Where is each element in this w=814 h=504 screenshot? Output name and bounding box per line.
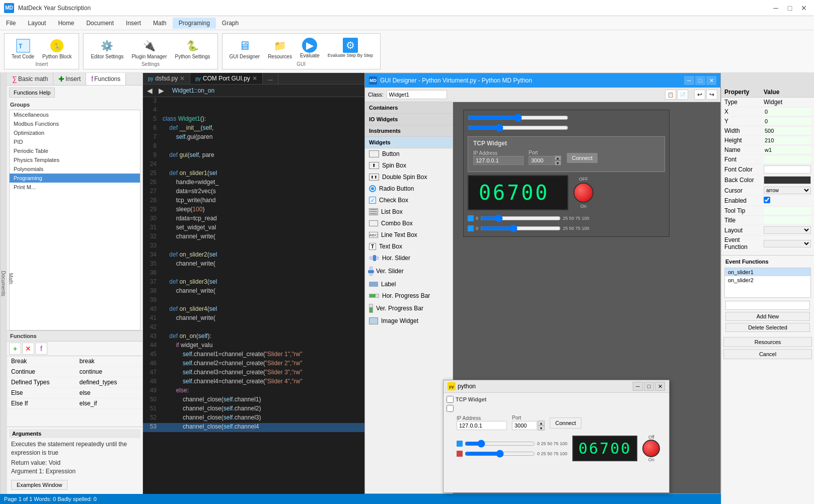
slider1[interactable] — [468, 114, 568, 121]
py-slider1[interactable] — [465, 440, 535, 448]
widgets-category[interactable]: Widgets — [365, 137, 453, 148]
tab-close-1[interactable]: ✕ — [252, 75, 257, 82]
text-code-button[interactable]: T Text Code — [9, 36, 37, 61]
func-delete-btn[interactable]: ✕ — [22, 343, 34, 355]
port-up[interactable]: ▲ — [554, 155, 561, 160]
layout-select[interactable] — [764, 226, 811, 234]
group-physics[interactable]: Physics Templates — [10, 155, 140, 164]
slider4[interactable] — [480, 224, 561, 232]
slider3[interactable] — [480, 214, 561, 222]
documents-tab[interactable]: Documents Math — [0, 73, 7, 494]
code-tab-dsfsd[interactable]: py dsfsd.py ✕ — [143, 73, 190, 84]
code-tab-com-port[interactable]: py COM Port GUI.py ✕ — [190, 73, 263, 84]
event-func-on-slider1[interactable]: on_slider1 — [725, 268, 810, 276]
func-graph-btn[interactable]: f — [35, 343, 47, 355]
widget-combobox[interactable]: Combo Box — [365, 218, 453, 229]
resources-button[interactable]: Resources — [723, 337, 812, 347]
close-btn[interactable]: ✕ — [798, 2, 810, 14]
editor-settings-button[interactable]: ⚙️ Editor Settings — [88, 36, 126, 61]
group-print[interactable]: Print M... — [10, 183, 140, 192]
func-add-btn[interactable]: + — [9, 343, 21, 355]
py-ip-input[interactable] — [457, 421, 507, 430]
menu-insert[interactable]: Insert — [120, 18, 147, 29]
py-slider2[interactable] — [465, 450, 535, 458]
menu-home[interactable]: Home — [52, 18, 80, 29]
py-close-btn[interactable]: ✕ — [655, 382, 665, 391]
gui-tb-paste[interactable]: 📄 — [677, 90, 688, 100]
widget-label[interactable]: Label — [365, 279, 453, 290]
minimize-btn[interactable]: ─ — [770, 2, 782, 14]
examples-window-button[interactable]: Examples Window — [11, 480, 67, 490]
functions-help-button[interactable]: Functions Help — [9, 88, 55, 98]
gui-tb-redo[interactable]: ↪ — [706, 90, 717, 100]
prop-name-input[interactable] — [764, 146, 811, 153]
group-periodic-table[interactable]: Periodic Table — [10, 146, 140, 155]
py-checkbox1[interactable] — [447, 396, 454, 403]
evaluate-button[interactable]: ▶ Evaluate — [297, 36, 323, 61]
group-pid[interactable]: PID — [10, 137, 140, 146]
menu-programming[interactable]: Programing — [173, 18, 216, 29]
code-nav-back[interactable]: ◀ — [145, 86, 155, 96]
class-input[interactable] — [387, 90, 447, 99]
tab-basic-math[interactable]: ∑ Basic math — [7, 73, 53, 85]
group-polynomials[interactable]: Polynomials — [10, 164, 140, 174]
prop-x-input[interactable] — [764, 108, 811, 115]
title-input[interactable] — [764, 217, 811, 224]
prop-y-input[interactable] — [764, 118, 811, 125]
widget-ver-progress[interactable]: Ver. Progress Bar — [365, 302, 453, 315]
instruments-category[interactable]: Instruments — [365, 125, 453, 137]
widget-ver-slider[interactable]: Ver. Slider — [365, 264, 453, 279]
code-nav-forward[interactable]: ▶ — [157, 86, 166, 96]
slider2[interactable] — [468, 124, 568, 131]
python-settings-button[interactable]: 🐍 Python Settings — [172, 36, 213, 61]
evaluate-step-button[interactable]: ⚙ Evaluate Step By Step — [325, 36, 376, 61]
widget-hor-slider[interactable]: Hor. Slider — [365, 253, 453, 264]
port-down[interactable]: ▼ — [554, 160, 561, 165]
gui-tb-copy[interactable]: 📋 — [665, 90, 676, 100]
prop-font-input[interactable] — [764, 156, 811, 163]
gui-close-btn[interactable]: ✕ — [706, 76, 716, 85]
port-input[interactable] — [529, 156, 554, 165]
func-else-if[interactable]: Else Ifelse_if — [7, 398, 142, 408]
tab-functions[interactable]: f Functions — [86, 73, 126, 85]
widget-button[interactable]: Button — [365, 148, 453, 160]
cursor-select[interactable]: arrow — [764, 187, 811, 194]
event-func-select[interactable] — [764, 240, 811, 247]
py-minimize-btn[interactable]: ─ — [633, 382, 643, 391]
widget-listbox[interactable]: List Box — [365, 206, 453, 218]
code-editor[interactable]: 3 4 5class Widget1(): 6 def __init__(sel… — [143, 97, 364, 494]
cancel-button[interactable]: Cancel — [723, 349, 812, 359]
py-connect-btn[interactable]: Connect — [550, 417, 581, 429]
py-port-up[interactable]: ▲ — [538, 421, 545, 426]
menu-graph[interactable]: Graph — [216, 18, 245, 29]
ip-address-input[interactable] — [473, 156, 524, 165]
prop-width-input[interactable] — [764, 127, 811, 134]
group-miscellaneous[interactable]: Miscellaneous — [10, 110, 140, 119]
py-maximize-btn[interactable]: □ — [644, 382, 654, 391]
menu-layout[interactable]: Layout — [22, 18, 52, 29]
prop-height-input[interactable] — [764, 137, 811, 144]
tab-insert[interactable]: ✚ Insert — [53, 73, 86, 85]
py-port-input[interactable] — [512, 421, 537, 430]
event-func-on-slider2[interactable]: on_slider2 — [725, 276, 810, 284]
menu-document[interactable]: Document — [80, 18, 120, 29]
widget-double-spinbox[interactable]: ⬆⬆ Double Spin Box — [365, 172, 453, 183]
widget-hor-progress[interactable]: Hor. Progress Bar — [365, 290, 453, 302]
menu-file[interactable]: File — [0, 18, 22, 29]
group-modbus[interactable]: Modbus Functions — [10, 119, 140, 128]
enabled-checkbox[interactable] — [764, 197, 770, 203]
widget-image[interactable]: Image Widget — [365, 315, 453, 327]
event-func-input[interactable] — [725, 301, 810, 310]
io-widgets-category[interactable]: IO Widgets — [365, 114, 453, 125]
py-port-down[interactable]: ▼ — [538, 426, 545, 431]
widget-spinbox[interactable]: ⬆ Spin Box — [365, 160, 453, 172]
tooltip-input[interactable] — [764, 207, 811, 214]
plugin-manager-button[interactable]: 🔌 Plugin Manager — [128, 36, 170, 61]
resources-toolbar-button[interactable]: 📁 Resources — [265, 36, 295, 61]
widget-textbox[interactable]: T Text Box — [365, 241, 453, 253]
func-else[interactable]: Elseelse — [7, 387, 142, 398]
gui-tb-undo[interactable]: ↩ — [694, 90, 705, 100]
delete-selected-button[interactable]: Delete Selected — [725, 323, 810, 332]
connect-btn[interactable]: Connect — [566, 152, 598, 163]
py-checkbox2[interactable] — [447, 405, 454, 412]
